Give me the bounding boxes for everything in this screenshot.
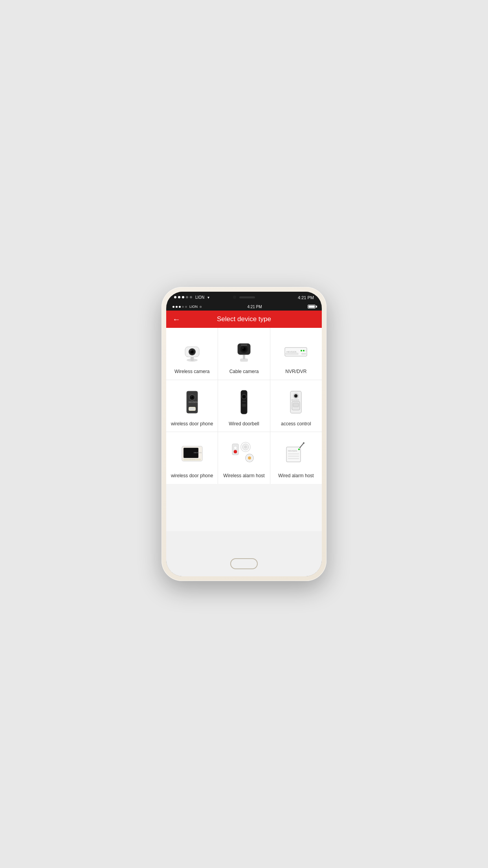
- sig3: [179, 306, 181, 308]
- svg-point-38: [244, 401, 246, 402]
- signal-dot-4: [186, 296, 188, 298]
- sig5: [185, 306, 187, 308]
- svg-rect-49: [293, 403, 299, 407]
- device-item-wireless-camera[interactable]: Wireless camera: [166, 328, 218, 380]
- svg-rect-73: [288, 456, 299, 457]
- device-item-nvr-dvr[interactable]: HIKVISION NVR/DVR: [270, 328, 322, 380]
- svg-point-31: [194, 395, 196, 396]
- svg-point-18: [303, 350, 305, 351]
- svg-rect-14: [241, 344, 247, 346]
- svg-point-6: [190, 350, 191, 351]
- wireless-door-phone-1-image: HIKVISION: [176, 386, 208, 418]
- svg-point-17: [301, 350, 302, 351]
- notch-center: [233, 296, 255, 299]
- wireless-door-phone-1-label: wireless door phone: [171, 421, 213, 427]
- device-item-cable-camera[interactable]: Cable camera: [218, 328, 270, 380]
- access-control-image: HIKVISION: [280, 386, 312, 418]
- svg-point-56: [190, 459, 191, 460]
- svg-text:HIKVISION: HIKVISION: [291, 399, 299, 401]
- svg-point-67: [248, 456, 251, 460]
- signal-dot-5: [190, 296, 192, 298]
- back-button[interactable]: ←: [172, 315, 180, 324]
- device-item-wireless-door-phone-2[interactable]: HIKVISION wireless door phone: [166, 432, 218, 484]
- svg-point-36: [242, 401, 243, 402]
- svg-point-19: [305, 350, 307, 351]
- device-item-wireless-door-phone-1[interactable]: HIKVISION wireless door phone: [166, 380, 218, 432]
- cable-camera-image: [228, 334, 260, 366]
- sig2: [176, 306, 178, 308]
- device-item-wired-doorbell[interactable]: Wired doorbell: [218, 380, 270, 432]
- wireless-door-phone-2-image: HIKVISION: [176, 438, 208, 470]
- svg-rect-32: [241, 390, 247, 414]
- device-item-wireless-alarm-host[interactable]: Wireless alarm host: [218, 432, 270, 484]
- svg-point-75: [298, 449, 300, 450]
- status-right: [308, 305, 316, 309]
- svg-point-35: [243, 396, 244, 397]
- svg-point-71: [303, 442, 305, 444]
- svg-rect-20: [301, 353, 306, 355]
- svg-text:HIKVISION: HIKVISION: [189, 401, 198, 403]
- phone-inner: LION ▾ 4:21 PM LION: [166, 292, 322, 576]
- content-area: Wireless camera: [166, 328, 322, 576]
- wired-doorbell-label: Wired doorbell: [229, 421, 259, 427]
- status-carrier: LION: [189, 305, 198, 309]
- status-bar: LION ⌾ 4:21 PM: [166, 303, 322, 311]
- status-time-notch: 4:21 PM: [298, 295, 314, 300]
- status-wifi-icon: ⌾: [200, 305, 202, 309]
- svg-point-47: [295, 395, 296, 395]
- svg-point-60: [234, 446, 237, 449]
- wireless-alarm-host-label: Wireless alarm host: [223, 473, 264, 479]
- access-control-label: access control: [281, 421, 311, 427]
- wired-alarm-host-label: Wired alarm host: [278, 473, 314, 479]
- wired-doorbell-image: [228, 386, 260, 418]
- app-header: ← Select device type: [166, 311, 322, 328]
- svg-point-57: [194, 459, 194, 460]
- signal-dot-1: [174, 296, 176, 298]
- svg-line-70: [300, 443, 304, 448]
- nvr-dvr-image: HIKVISION: [280, 334, 312, 366]
- svg-text:HIKVISION: HIKVISION: [194, 452, 202, 454]
- empty-area: [166, 484, 322, 531]
- device-item-access-control[interactable]: HIKVISION access control: [270, 380, 322, 432]
- notch-right: 4:21 PM: [298, 294, 314, 301]
- svg-point-13: [242, 348, 244, 349]
- cable-camera-label: Cable camera: [229, 369, 259, 375]
- screen: LION ⌾ 4:21 PM ← Select device type: [166, 303, 322, 576]
- svg-point-61: [234, 450, 237, 453]
- notch-area: LION ▾ 4:21 PM: [166, 292, 322, 303]
- status-time: 4:21 PM: [247, 305, 262, 309]
- notch-left: LION ▾: [174, 295, 209, 300]
- sig4: [182, 306, 184, 308]
- device-grid: Wireless camera: [166, 328, 322, 484]
- battery-fill: [308, 305, 315, 308]
- device-item-wired-alarm-host[interactable]: HIKVISION: [270, 432, 322, 484]
- nvr-dvr-label: NVR/DVR: [285, 369, 306, 375]
- sig1: [172, 306, 174, 308]
- wireless-alarm-host-image: [228, 438, 260, 470]
- wireless-camera-image: [176, 334, 208, 366]
- wireless-camera-label: Wireless camera: [174, 369, 209, 375]
- svg-point-55: [192, 459, 193, 460]
- wired-alarm-host-image: HIKVISION: [280, 438, 312, 470]
- front-camera: [233, 296, 236, 299]
- phone-frame: LION ▾ 4:21 PM LION: [161, 287, 327, 581]
- wireless-door-phone-2-label: wireless door phone: [171, 473, 213, 479]
- signal-dot-3: [182, 296, 184, 298]
- svg-point-64: [244, 445, 247, 449]
- svg-text:HIKVISION: HIKVISION: [288, 450, 297, 452]
- page-title: Select device type: [166, 315, 322, 323]
- signal-dot-2: [178, 296, 180, 298]
- svg-point-37: [243, 401, 244, 402]
- svg-point-30: [188, 395, 189, 396]
- carrier-label: LION: [195, 295, 204, 300]
- status-left: LION ⌾: [172, 305, 202, 309]
- svg-rect-72: [288, 453, 299, 454]
- svg-text:HIKVISION: HIKVISION: [286, 351, 297, 353]
- speaker: [239, 296, 255, 298]
- home-button[interactable]: [230, 558, 258, 569]
- svg-rect-74: [288, 458, 299, 459]
- svg-rect-29: [189, 408, 195, 410]
- svg-point-26: [191, 396, 192, 397]
- svg-rect-21: [286, 353, 298, 355]
- battery-icon: [308, 305, 316, 309]
